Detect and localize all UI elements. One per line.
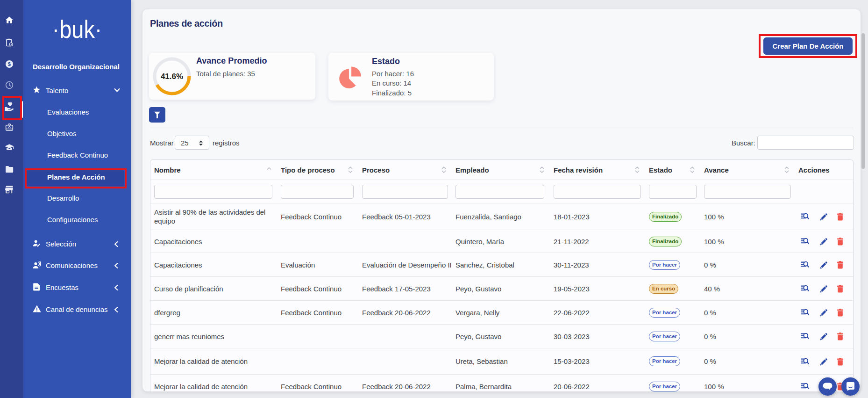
svg-text:$: $ — [8, 61, 11, 67]
svg-text:41.6%: 41.6% — [161, 72, 183, 81]
